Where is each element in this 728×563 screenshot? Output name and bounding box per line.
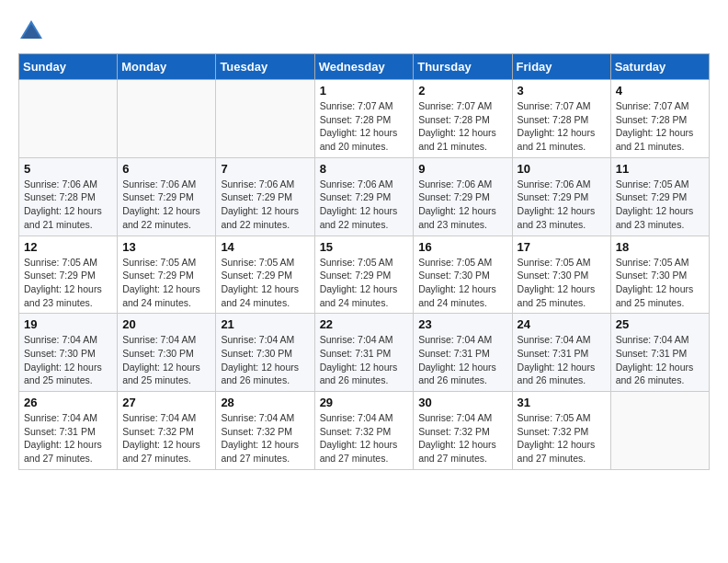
day-info: Sunrise: 7:05 AM Sunset: 7:29 PM Dayligh… xyxy=(122,256,210,310)
calendar-week-row: 5Sunrise: 7:06 AM Sunset: 7:28 PM Daylig… xyxy=(19,157,710,236)
day-info: Sunrise: 7:06 AM Sunset: 7:29 PM Dayligh… xyxy=(122,178,210,232)
day-number: 4 xyxy=(616,84,704,98)
page-header xyxy=(18,18,710,44)
calendar-day-cell: 8Sunrise: 7:06 AM Sunset: 7:29 PM Daylig… xyxy=(314,157,414,236)
day-number: 13 xyxy=(122,240,210,254)
day-info: Sunrise: 7:04 AM Sunset: 7:31 PM Dayligh… xyxy=(24,411,112,465)
calendar-day-cell: 24Sunrise: 7:04 AM Sunset: 7:31 PM Dayli… xyxy=(512,314,610,392)
calendar-day-cell: 31Sunrise: 7:05 AM Sunset: 7:32 PM Dayli… xyxy=(512,392,610,470)
calendar-day-cell: 10Sunrise: 7:06 AM Sunset: 7:29 PM Dayli… xyxy=(512,157,610,236)
calendar-week-row: 1Sunrise: 7:07 AM Sunset: 7:28 PM Daylig… xyxy=(19,80,710,158)
day-info: Sunrise: 7:05 AM Sunset: 7:32 PM Dayligh… xyxy=(518,411,606,465)
calendar-day-cell: 22Sunrise: 7:04 AM Sunset: 7:31 PM Dayli… xyxy=(314,314,414,392)
column-header-tuesday: Tuesday xyxy=(216,54,314,80)
column-header-sunday: Sunday xyxy=(19,54,118,80)
calendar-day-cell: 20Sunrise: 7:04 AM Sunset: 7:30 PM Dayli… xyxy=(118,314,216,392)
day-number: 7 xyxy=(221,162,309,176)
calendar-day-cell: 13Sunrise: 7:05 AM Sunset: 7:29 PM Dayli… xyxy=(118,236,216,314)
day-info: Sunrise: 7:04 AM Sunset: 7:31 PM Dayligh… xyxy=(418,333,506,387)
calendar-day-cell: 21Sunrise: 7:04 AM Sunset: 7:30 PM Dayli… xyxy=(216,314,314,392)
day-number: 8 xyxy=(320,162,409,176)
day-number: 25 xyxy=(616,317,704,331)
day-info: Sunrise: 7:04 AM Sunset: 7:30 PM Dayligh… xyxy=(122,333,210,387)
day-number: 10 xyxy=(518,162,606,176)
day-number: 26 xyxy=(24,396,112,409)
day-number: 1 xyxy=(320,84,409,98)
calendar-day-cell: 9Sunrise: 7:06 AM Sunset: 7:29 PM Daylig… xyxy=(414,157,512,236)
day-info: Sunrise: 7:05 AM Sunset: 7:29 PM Dayligh… xyxy=(24,256,112,310)
day-info: Sunrise: 7:05 AM Sunset: 7:30 PM Dayligh… xyxy=(418,256,506,310)
day-number: 28 xyxy=(221,396,309,409)
calendar-day-cell: 27Sunrise: 7:04 AM Sunset: 7:32 PM Dayli… xyxy=(118,392,216,470)
day-number: 20 xyxy=(122,317,210,331)
day-info: Sunrise: 7:05 AM Sunset: 7:29 PM Dayligh… xyxy=(616,178,704,232)
day-number: 2 xyxy=(418,84,506,98)
day-number: 9 xyxy=(418,162,506,176)
calendar-week-row: 19Sunrise: 7:04 AM Sunset: 7:30 PM Dayli… xyxy=(19,314,710,392)
logo-icon xyxy=(18,18,44,44)
day-info: Sunrise: 7:06 AM Sunset: 7:29 PM Dayligh… xyxy=(221,178,309,232)
day-number: 11 xyxy=(616,162,704,176)
day-info: Sunrise: 7:06 AM Sunset: 7:29 PM Dayligh… xyxy=(418,178,506,232)
calendar-day-cell: 14Sunrise: 7:05 AM Sunset: 7:29 PM Dayli… xyxy=(216,236,314,314)
empty-day-cell xyxy=(610,392,709,470)
calendar-day-cell: 5Sunrise: 7:06 AM Sunset: 7:28 PM Daylig… xyxy=(19,157,118,236)
day-info: Sunrise: 7:04 AM Sunset: 7:30 PM Dayligh… xyxy=(24,333,112,387)
day-info: Sunrise: 7:04 AM Sunset: 7:31 PM Dayligh… xyxy=(616,333,704,387)
column-header-thursday: Thursday xyxy=(414,54,512,80)
calendar-day-cell: 26Sunrise: 7:04 AM Sunset: 7:31 PM Dayli… xyxy=(19,392,118,470)
calendar-day-cell: 4Sunrise: 7:07 AM Sunset: 7:28 PM Daylig… xyxy=(610,80,709,158)
day-info: Sunrise: 7:07 AM Sunset: 7:28 PM Dayligh… xyxy=(320,99,409,154)
calendar-day-cell: 29Sunrise: 7:04 AM Sunset: 7:32 PM Dayli… xyxy=(314,392,414,470)
column-header-friday: Friday xyxy=(512,54,610,80)
day-number: 30 xyxy=(418,396,506,409)
day-number: 29 xyxy=(320,396,409,409)
day-info: Sunrise: 7:07 AM Sunset: 7:28 PM Dayligh… xyxy=(518,99,606,154)
day-number: 6 xyxy=(122,162,210,176)
day-info: Sunrise: 7:04 AM Sunset: 7:32 PM Dayligh… xyxy=(221,411,309,465)
calendar-week-row: 12Sunrise: 7:05 AM Sunset: 7:29 PM Dayli… xyxy=(19,236,710,314)
day-number: 16 xyxy=(418,240,506,254)
day-number: 18 xyxy=(616,240,704,254)
calendar-day-cell: 15Sunrise: 7:05 AM Sunset: 7:29 PM Dayli… xyxy=(314,236,414,314)
empty-day-cell xyxy=(216,80,314,158)
day-info: Sunrise: 7:04 AM Sunset: 7:31 PM Dayligh… xyxy=(320,333,409,387)
calendar-day-cell: 6Sunrise: 7:06 AM Sunset: 7:29 PM Daylig… xyxy=(118,157,216,236)
day-info: Sunrise: 7:06 AM Sunset: 7:29 PM Dayligh… xyxy=(320,178,409,232)
day-number: 21 xyxy=(221,317,309,331)
day-info: Sunrise: 7:05 AM Sunset: 7:30 PM Dayligh… xyxy=(518,256,606,310)
calendar-day-cell: 28Sunrise: 7:04 AM Sunset: 7:32 PM Dayli… xyxy=(216,392,314,470)
day-number: 15 xyxy=(320,240,409,254)
calendar-day-cell: 16Sunrise: 7:05 AM Sunset: 7:30 PM Dayli… xyxy=(414,236,512,314)
calendar-day-cell: 23Sunrise: 7:04 AM Sunset: 7:31 PM Dayli… xyxy=(414,314,512,392)
day-info: Sunrise: 7:04 AM Sunset: 7:31 PM Dayligh… xyxy=(518,333,606,387)
day-number: 3 xyxy=(518,84,606,98)
calendar-day-cell: 3Sunrise: 7:07 AM Sunset: 7:28 PM Daylig… xyxy=(512,80,610,158)
column-header-monday: Monday xyxy=(118,54,216,80)
day-info: Sunrise: 7:04 AM Sunset: 7:32 PM Dayligh… xyxy=(418,411,506,465)
calendar-day-cell: 17Sunrise: 7:05 AM Sunset: 7:30 PM Dayli… xyxy=(512,236,610,314)
calendar-day-cell: 12Sunrise: 7:05 AM Sunset: 7:29 PM Dayli… xyxy=(19,236,118,314)
calendar-day-cell: 30Sunrise: 7:04 AM Sunset: 7:32 PM Dayli… xyxy=(414,392,512,470)
calendar-day-cell: 7Sunrise: 7:06 AM Sunset: 7:29 PM Daylig… xyxy=(216,157,314,236)
day-number: 23 xyxy=(418,317,506,331)
calendar-header-row: SundayMondayTuesdayWednesdayThursdayFrid… xyxy=(19,54,710,80)
calendar-day-cell: 18Sunrise: 7:05 AM Sunset: 7:30 PM Dayli… xyxy=(610,236,709,314)
day-info: Sunrise: 7:05 AM Sunset: 7:29 PM Dayligh… xyxy=(320,256,409,310)
day-number: 17 xyxy=(518,240,606,254)
day-info: Sunrise: 7:06 AM Sunset: 7:29 PM Dayligh… xyxy=(518,178,606,232)
day-info: Sunrise: 7:04 AM Sunset: 7:32 PM Dayligh… xyxy=(320,411,409,465)
calendar-day-cell: 2Sunrise: 7:07 AM Sunset: 7:28 PM Daylig… xyxy=(414,80,512,158)
day-number: 31 xyxy=(518,396,606,409)
day-number: 5 xyxy=(24,162,112,176)
day-info: Sunrise: 7:04 AM Sunset: 7:30 PM Dayligh… xyxy=(221,333,309,387)
day-info: Sunrise: 7:06 AM Sunset: 7:28 PM Dayligh… xyxy=(24,178,112,232)
calendar-day-cell: 19Sunrise: 7:04 AM Sunset: 7:30 PM Dayli… xyxy=(19,314,118,392)
day-number: 24 xyxy=(518,317,606,331)
column-header-wednesday: Wednesday xyxy=(314,54,414,80)
day-info: Sunrise: 7:07 AM Sunset: 7:28 PM Dayligh… xyxy=(616,99,704,154)
day-info: Sunrise: 7:04 AM Sunset: 7:32 PM Dayligh… xyxy=(122,411,210,465)
day-number: 22 xyxy=(320,317,409,331)
day-number: 12 xyxy=(24,240,112,254)
calendar-day-cell: 25Sunrise: 7:04 AM Sunset: 7:31 PM Dayli… xyxy=(610,314,709,392)
